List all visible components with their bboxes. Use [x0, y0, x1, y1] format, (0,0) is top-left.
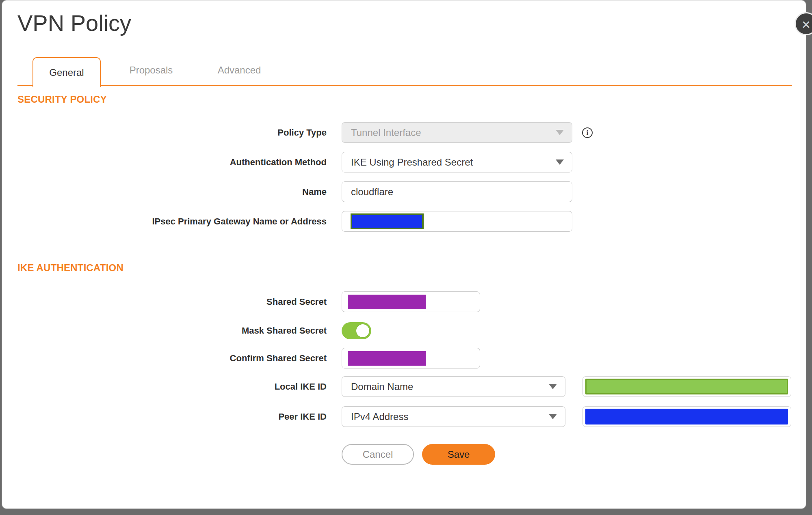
mask-shared-secret-toggle[interactable]	[342, 322, 371, 339]
redacted-confirm-shared-secret-value	[348, 351, 426, 366]
tab-bar: General Proposals Advanced	[17, 57, 792, 86]
tab-advanced[interactable]: Advanced	[215, 57, 264, 84]
footer-buttons: Cancel Save	[342, 444, 806, 465]
policy-type-value: Tunnel Interface	[351, 127, 421, 138]
authentication-method-select[interactable]: IKE Using Preshared Secret	[342, 152, 572, 172]
redacted-local-ike-id-value	[585, 379, 788, 394]
peer-ike-id-type-value: IPv4 Address	[351, 411, 408, 422]
peer-ike-id-value-input[interactable]	[582, 406, 791, 427]
local-ike-id-row: Local IKE ID Domain Name	[17, 376, 806, 397]
cancel-button[interactable]: Cancel	[342, 444, 414, 465]
gateway-label: IPsec Primary Gateway Name or Address	[17, 216, 327, 227]
save-button[interactable]: Save	[422, 444, 495, 465]
name-label: Name	[17, 187, 327, 197]
name-input[interactable]	[342, 181, 572, 202]
section-title-ike-authentication: IKE AUTHENTICATION	[17, 262, 806, 274]
shared-secret-input[interactable]	[342, 291, 480, 312]
tab-advanced-label: Advanced	[218, 65, 261, 76]
peer-ike-id-type-select[interactable]: IPv4 Address	[342, 406, 565, 427]
mask-shared-secret-label: Mask Shared Secret	[17, 325, 327, 336]
authentication-method-row: Authentication Method IKE Using Preshare…	[17, 152, 806, 172]
confirm-shared-secret-input[interactable]	[342, 348, 480, 368]
vpn-policy-dialog: VPN Policy General Proposals Advanced SE…	[2, 0, 806, 509]
toggle-knob	[356, 324, 369, 337]
tab-proposals-label: Proposals	[130, 65, 173, 76]
policy-type-row: Policy Type Tunnel Interface i	[17, 122, 806, 143]
local-ike-id-type-value: Domain Name	[351, 381, 413, 392]
peer-ike-id-row: Peer IKE ID IPv4 Address	[17, 406, 806, 427]
mask-shared-secret-row: Mask Shared Secret	[17, 322, 806, 339]
tab-general-label: General	[49, 67, 84, 78]
local-ike-id-label: Local IKE ID	[17, 381, 327, 392]
shared-secret-label: Shared Secret	[17, 297, 327, 307]
tab-proposals[interactable]: Proposals	[128, 57, 174, 84]
chevron-down-icon	[549, 384, 557, 389]
chevron-down-icon	[556, 130, 564, 135]
chevron-down-icon	[549, 414, 557, 419]
redacted-peer-ike-id-value	[585, 409, 788, 424]
policy-type-label: Policy Type	[17, 127, 327, 138]
gateway-input[interactable]	[342, 211, 572, 232]
policy-type-select: Tunnel Interface	[342, 122, 572, 143]
page-title: VPN Policy	[17, 10, 806, 36]
local-ike-id-type-select[interactable]: Domain Name	[342, 376, 565, 397]
confirm-shared-secret-label: Confirm Shared Secret	[17, 353, 327, 364]
name-row: Name	[17, 181, 806, 202]
peer-ike-id-label: Peer IKE ID	[17, 412, 327, 422]
chevron-down-icon	[556, 159, 564, 165]
shared-secret-row: Shared Secret	[17, 291, 806, 312]
gateway-row: IPsec Primary Gateway Name or Address	[17, 211, 806, 232]
authentication-method-value: IKE Using Preshared Secret	[351, 157, 473, 168]
confirm-shared-secret-row: Confirm Shared Secret	[17, 348, 806, 368]
section-title-security-policy: SECURITY POLICY	[17, 94, 806, 105]
local-ike-id-value-input[interactable]	[582, 376, 791, 397]
tab-general[interactable]: General	[32, 57, 101, 87]
redacted-shared-secret-value	[348, 295, 426, 309]
info-icon[interactable]: i	[582, 127, 593, 138]
authentication-method-label: Authentication Method	[17, 157, 327, 168]
redacted-gateway-value	[351, 213, 424, 229]
